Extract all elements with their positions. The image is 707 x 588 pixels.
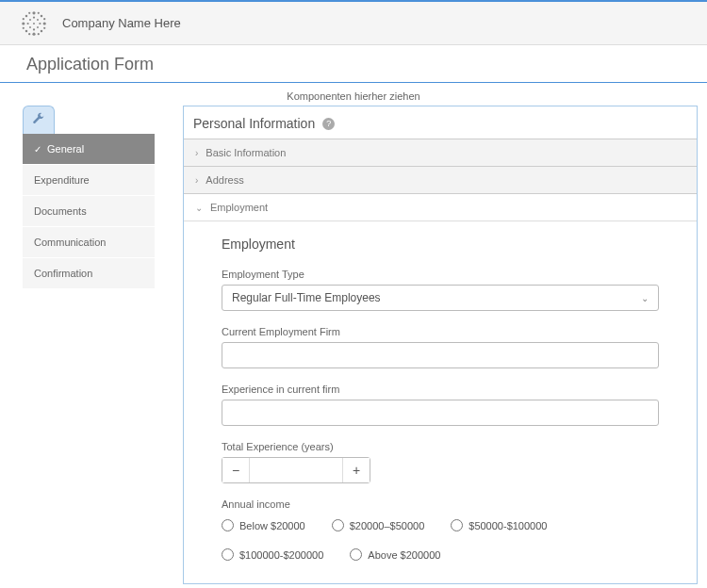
svg-point-9	[33, 28, 35, 30]
current-firm-label: Current Employment Firm	[222, 326, 659, 337]
svg-point-15	[37, 26, 39, 28]
chevron-right-icon: ›	[195, 175, 198, 186]
income-option-0[interactable]: Below $20000	[222, 519, 305, 531]
svg-point-5	[41, 14, 43, 17]
nav-item-communication[interactable]: Communication	[23, 227, 155, 258]
top-bar: Company Name Here	[0, 0, 707, 45]
annual-income-radios: Below $20000 $20000–$50000 $50000-$10000…	[222, 519, 659, 561]
svg-point-11	[39, 22, 41, 24]
section-basic-information[interactable]: › Basic Information	[184, 139, 697, 166]
svg-point-2	[22, 22, 25, 24]
svg-point-17	[38, 11, 40, 13]
employment-body: Employment Employment Type Regular Full-…	[184, 220, 697, 583]
nav-item-documents[interactable]: Documents	[23, 196, 155, 227]
svg-point-20	[28, 33, 30, 35]
svg-point-8	[33, 16, 35, 18]
svg-point-10	[26, 22, 28, 24]
svg-point-6	[25, 29, 28, 32]
svg-point-12	[29, 19, 31, 21]
exp-current-firm-label: Experience in current firm	[222, 384, 659, 395]
income-option-3[interactable]: $100000-$200000	[222, 548, 323, 561]
page-title: Application Form	[26, 55, 681, 74]
company-logo	[19, 8, 49, 39]
stepper-value	[249, 458, 343, 482]
chevron-down-icon: ⌄	[641, 293, 649, 303]
stepper-increment[interactable]: +	[343, 458, 370, 482]
company-name: Company Name Here	[62, 16, 181, 30]
total-exp-stepper: − +	[222, 457, 370, 483]
wrench-icon	[32, 112, 45, 128]
select-value: Regular Full-Time Employees	[232, 291, 381, 304]
income-option-4[interactable]: Above $200000	[350, 548, 440, 561]
svg-point-23	[43, 18, 45, 20]
employment-type-select[interactable]: Regular Full-Time Employees ⌄	[222, 285, 659, 311]
title-bar: Application Form	[0, 45, 707, 83]
income-option-2[interactable]: $50000-$100000	[451, 519, 547, 531]
annual-income-label: Annual income	[222, 498, 659, 510]
svg-point-22	[23, 26, 25, 28]
svg-point-16	[33, 23, 35, 24]
employment-heading: Employment	[222, 237, 659, 252]
svg-point-21	[23, 18, 25, 20]
help-icon[interactable]: ?	[322, 118, 335, 130]
panel-title: Personal Information	[193, 116, 315, 131]
svg-point-4	[25, 14, 28, 17]
svg-point-1	[32, 32, 35, 35]
total-exp-label: Total Experience (years)	[222, 441, 659, 452]
wizard-nav: General Expenditure Documents Communicat…	[23, 134, 155, 289]
nav-item-expenditure[interactable]: Expenditure	[23, 165, 155, 196]
section-employment[interactable]: ⌄ Employment	[184, 193, 697, 220]
svg-point-0	[32, 11, 35, 14]
personal-info-panel: Personal Information ? › Basic Informati…	[183, 106, 698, 584]
employment-type-label: Employment Type	[222, 269, 659, 280]
svg-point-24	[43, 26, 45, 28]
svg-point-19	[38, 33, 40, 35]
stepper-decrement[interactable]: −	[222, 458, 249, 482]
chevron-down-icon: ⌄	[195, 203, 203, 213]
section-label: Basic Information	[206, 147, 286, 158]
svg-point-14	[29, 26, 31, 28]
svg-point-13	[37, 19, 39, 21]
section-label: Employment	[210, 202, 268, 213]
section-address[interactable]: › Address	[184, 166, 697, 193]
exp-current-firm-input[interactable]	[232, 406, 649, 419]
section-label: Address	[206, 174, 243, 186]
svg-point-18	[28, 11, 30, 13]
component-dropzone[interactable]: Komponenten hierher ziehen	[0, 83, 707, 106]
settings-tool-button[interactable]	[23, 106, 55, 134]
svg-point-3	[43, 22, 46, 24]
svg-point-7	[41, 29, 43, 32]
nav-item-general[interactable]: General	[23, 134, 155, 165]
current-firm-input[interactable]	[232, 349, 649, 362]
income-option-1[interactable]: $20000–$50000	[332, 519, 425, 531]
nav-item-confirmation[interactable]: Confirmation	[23, 258, 155, 289]
chevron-right-icon: ›	[195, 148, 198, 158]
